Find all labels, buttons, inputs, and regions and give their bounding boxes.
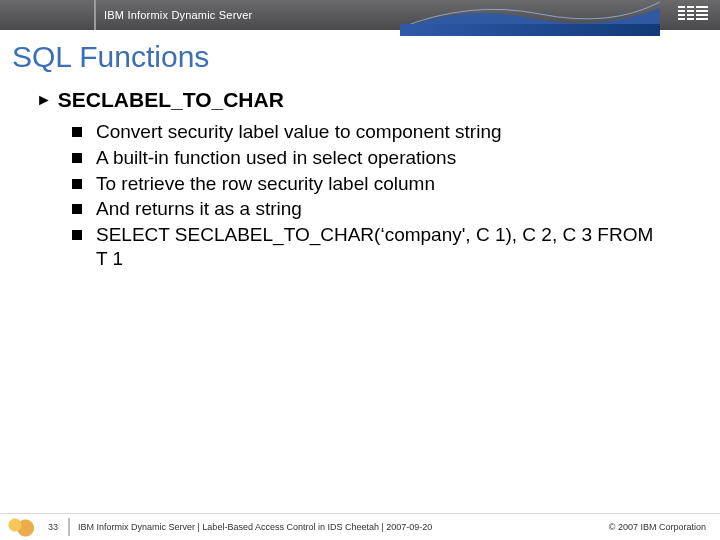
slide-title: SQL Functions	[12, 40, 690, 74]
list-item: To retrieve the row security label colum…	[72, 172, 690, 196]
cheetah-icon	[6, 517, 36, 537]
slide-footer: 33 IBM Informix Dynamic Server | Label-B…	[0, 514, 720, 540]
slide-content: SQL Functions ► SECLABEL_TO_CHAR Convert…	[0, 30, 720, 271]
section-heading-text: SECLABEL_TO_CHAR	[58, 88, 284, 112]
page-number: 33	[44, 522, 62, 532]
list-item: Convert security label value to componen…	[72, 120, 690, 144]
square-bullet-icon	[72, 153, 82, 163]
footer-rule	[68, 518, 70, 536]
square-bullet-icon	[72, 230, 82, 240]
header-graphic	[400, 0, 660, 36]
bullet-list: Convert security label value to componen…	[72, 120, 690, 271]
bullet-text: To retrieve the row security label colum…	[96, 172, 435, 196]
copyright-text: © 2007 IBM Corporation	[609, 522, 706, 532]
ibm-logo-icon	[678, 6, 708, 22]
bullet-text: A built-in function used in select opera…	[96, 146, 456, 170]
list-item: And returns it as a string	[72, 197, 690, 221]
triangle-bullet-icon: ►	[36, 88, 52, 112]
svg-rect-0	[400, 24, 660, 36]
slide: IBM Informix Dynamic Server SQL Function…	[0, 0, 720, 540]
square-bullet-icon	[72, 204, 82, 214]
header-divider	[0, 0, 96, 30]
slide-header: IBM Informix Dynamic Server	[0, 0, 720, 30]
section-heading: ► SECLABEL_TO_CHAR	[36, 88, 690, 112]
list-item: A built-in function used in select opera…	[72, 146, 690, 170]
square-bullet-icon	[72, 179, 82, 189]
square-bullet-icon	[72, 127, 82, 137]
bullet-text: SELECT SECLABEL_TO_CHAR(‘company', C 1),…	[96, 223, 656, 271]
list-item: SELECT SECLABEL_TO_CHAR(‘company', C 1),…	[72, 223, 690, 271]
footer-text: IBM Informix Dynamic Server | Label-Base…	[78, 522, 609, 532]
bullet-text: Convert security label value to componen…	[96, 120, 502, 144]
header-title: IBM Informix Dynamic Server	[96, 9, 252, 21]
bullet-text: And returns it as a string	[96, 197, 302, 221]
